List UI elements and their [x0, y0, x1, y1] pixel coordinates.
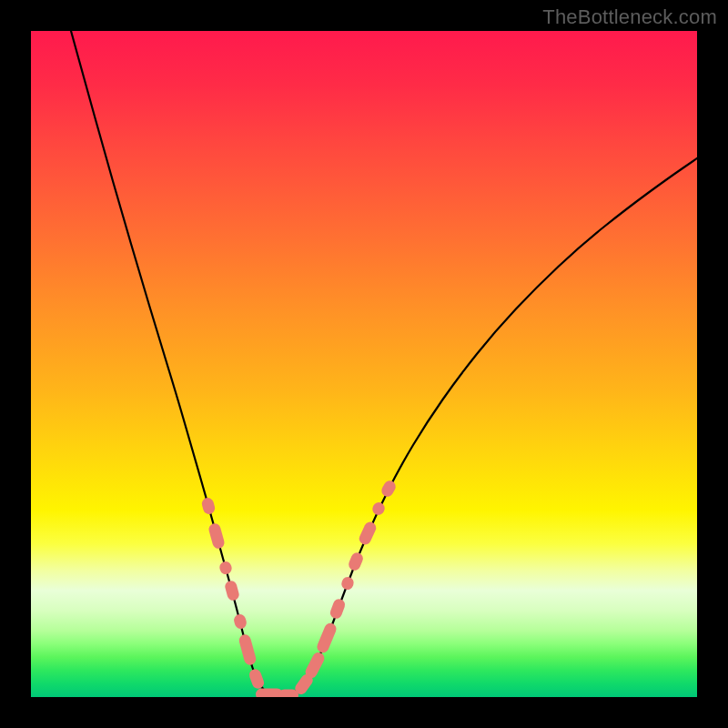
curve-marker — [315, 622, 338, 654]
curve-marker — [339, 575, 355, 592]
curve-marker — [200, 497, 216, 516]
curve-marker — [238, 633, 257, 666]
chart-frame: TheBottleneck.com — [0, 0, 728, 728]
curve-marker — [329, 597, 347, 620]
curve-right-branch — [286, 158, 697, 696]
curve-marker — [218, 561, 233, 576]
curve-marker — [233, 613, 248, 631]
curve-marker — [248, 667, 266, 690]
curve-marker — [303, 651, 326, 681]
bottleneck-curve-plot — [31, 31, 697, 697]
curve-marker — [278, 690, 298, 698]
curve-marker — [207, 522, 226, 550]
watermark-text: TheBottleneck.com — [542, 5, 717, 29]
curve-marker — [370, 500, 387, 517]
curve-marker — [347, 551, 365, 571]
curve-marker — [358, 520, 379, 546]
curve-marker — [224, 580, 240, 602]
curve-marker — [379, 479, 398, 499]
curve-left-branch — [71, 31, 277, 696]
marker-group — [200, 479, 398, 697]
